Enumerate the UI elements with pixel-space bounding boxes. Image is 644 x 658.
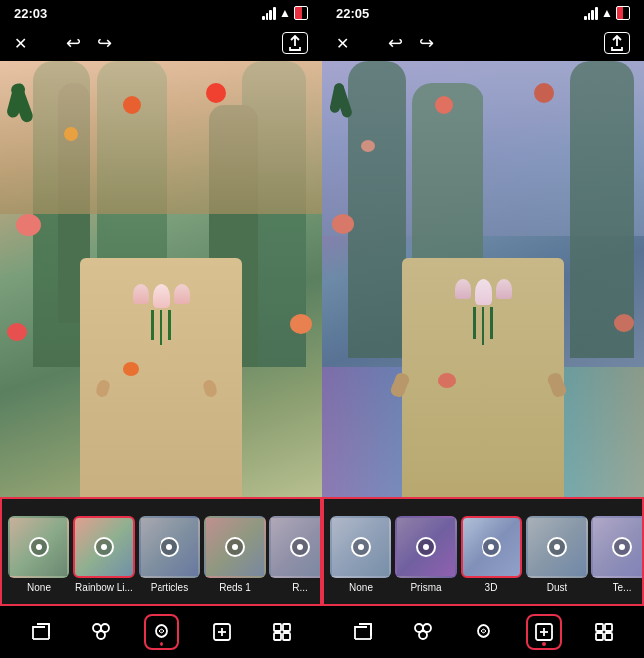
filter-label-prisma-right: Prisma — [410, 582, 441, 593]
filter-thumb-te-right[interactable] — [591, 516, 644, 578]
redo-button-left[interactable]: ↪ — [97, 32, 112, 54]
filter-dot-particles-left — [166, 544, 172, 550]
filter-dot-r-left — [297, 544, 303, 550]
filter-dot-reds1-left — [232, 544, 238, 550]
nav-effects2-right[interactable] — [466, 614, 501, 650]
battery-icon-left: ▓ — [294, 6, 308, 20]
svg-rect-24 — [596, 633, 603, 640]
filter-label-none-right: None — [349, 582, 373, 593]
filter-label-reds1-left: Reds 1 — [219, 582, 251, 593]
filter-thumb-reds1-left[interactable] — [204, 516, 266, 578]
svg-rect-22 — [596, 624, 603, 631]
filter-thumb-prisma-right[interactable] — [395, 516, 457, 578]
nav-effects-left[interactable] — [83, 614, 119, 650]
wifi-icon-right: ▲ — [601, 6, 613, 20]
share-button-right[interactable] — [604, 32, 630, 54]
nav-dot-left — [160, 642, 163, 646]
cactus-bg-right — [322, 61, 644, 497]
filter-icon-rainbow-left — [94, 537, 114, 557]
filter-dot-none-left — [36, 544, 42, 550]
svg-point-17 — [419, 631, 427, 639]
filter-none-left[interactable]: None — [8, 516, 69, 593]
share-button-left[interactable] — [282, 32, 308, 54]
filter-dot-none-right — [358, 544, 364, 550]
nav-effects-right[interactable] — [405, 614, 441, 650]
time-right: 22:05 — [336, 6, 369, 21]
bottom-nav-right — [322, 606, 644, 658]
filter-r-left[interactable]: R... — [269, 516, 322, 593]
photo-right — [322, 61, 644, 497]
top-toolbar-right: ✕ ↩ ↪ — [322, 24, 644, 61]
filter-label-rainbow-left: Rainbow Li... — [75, 582, 133, 593]
filter-icon-none-right — [351, 537, 371, 557]
svg-rect-11 — [274, 633, 281, 640]
filter-strip-right: None Prisma 3D Dust — [322, 497, 644, 606]
filter-dot-te-right — [619, 544, 625, 550]
svg-rect-25 — [605, 633, 612, 640]
status-icons-left: ▲ ▓ — [262, 6, 308, 20]
nav-crop-left[interactable] — [23, 614, 58, 650]
toolbar-left-left: ✕ ↩ ↪ — [14, 32, 112, 54]
filter-dot-3d-right — [488, 544, 494, 550]
time-left: 22:03 — [14, 6, 47, 21]
svg-rect-23 — [605, 624, 612, 631]
filter-dot-rainbow-left — [101, 544, 107, 550]
filter-icon-te-right — [612, 537, 632, 557]
close-button-left[interactable]: ✕ — [14, 34, 27, 53]
filter-thumb-rainbow-left[interactable] — [73, 516, 135, 578]
svg-point-4 — [97, 631, 105, 639]
filter-thumb-none-right[interactable] — [330, 516, 391, 578]
nav-add-active-right[interactable] — [526, 614, 562, 650]
filter-strip-left: None Rainbow Li... Particles — [0, 497, 322, 606]
status-bar-left: 22:03 ▲ ▓ — [0, 0, 322, 24]
filter-icon-reds1-left — [225, 537, 245, 557]
undo-button-left[interactable]: ↩ — [66, 32, 81, 54]
filter-reds1-left[interactable]: Reds 1 — [204, 516, 266, 593]
filter-icon-dust-right — [547, 537, 567, 557]
filter-label-particles-left: Particles — [151, 582, 188, 593]
filter-thumb-dust-right[interactable] — [526, 516, 588, 578]
nav-dot-right — [542, 642, 546, 646]
battery-icon-right: ▓ — [616, 6, 630, 20]
filter-label-none-left: None — [27, 582, 51, 593]
status-bar-right: 22:05 ▲ ▓ — [322, 0, 644, 24]
filter-icon-3d-right — [482, 537, 501, 557]
filter-prisma-right[interactable]: Prisma — [395, 516, 457, 593]
filter-particles-left[interactable]: Particles — [139, 516, 200, 593]
nav-effects-active-left[interactable] — [144, 614, 179, 650]
svg-rect-9 — [274, 624, 281, 631]
nav-layout-left[interactable] — [265, 614, 300, 650]
signal-icon-left — [262, 7, 276, 20]
filter-thumb-particles-left[interactable] — [139, 516, 200, 578]
top-toolbar-left: ✕ ↩ ↪ — [0, 24, 322, 61]
filter-3d-right[interactable]: 3D — [461, 516, 522, 593]
left-panel: 22:03 ▲ ▓ ✕ ↩ ↪ — [0, 0, 322, 658]
photo-left — [0, 61, 322, 497]
bottom-nav-left — [0, 606, 322, 658]
undo-button-right[interactable]: ↩ — [388, 32, 403, 54]
filter-label-te-right: Te... — [613, 582, 632, 593]
signal-icon-right — [584, 7, 598, 20]
filter-thumb-r-left[interactable] — [269, 516, 322, 578]
redo-button-right[interactable]: ↪ — [419, 32, 434, 54]
filter-none-right[interactable]: None — [330, 516, 391, 593]
filter-icon-prisma-right — [416, 537, 436, 557]
filter-te-right[interactable]: Te... — [591, 516, 644, 593]
filter-thumb-none-left[interactable] — [8, 516, 69, 578]
filter-rainbow-left[interactable]: Rainbow Li... — [73, 516, 135, 593]
nav-crop-right[interactable] — [345, 614, 380, 650]
status-icons-right: ▲ ▓ — [584, 6, 630, 20]
svg-rect-12 — [283, 633, 290, 640]
nav-layout-right[interactable] — [587, 614, 622, 650]
filter-label-3d-right: 3D — [485, 582, 498, 593]
filter-dot-dust-right — [554, 544, 560, 550]
filter-dot-prisma-right — [423, 544, 429, 550]
right-panel: 22:05 ▲ ▓ ✕ ↩ ↪ — [322, 0, 644, 658]
filter-icon-particles-left — [160, 537, 179, 557]
filter-dust-right[interactable]: Dust — [526, 516, 588, 593]
nav-add-left[interactable] — [204, 614, 240, 650]
filter-thumb-3d-right[interactable] — [461, 516, 522, 578]
close-button-right[interactable]: ✕ — [336, 34, 349, 53]
svg-rect-10 — [283, 624, 290, 631]
wifi-icon-left: ▲ — [279, 6, 291, 20]
